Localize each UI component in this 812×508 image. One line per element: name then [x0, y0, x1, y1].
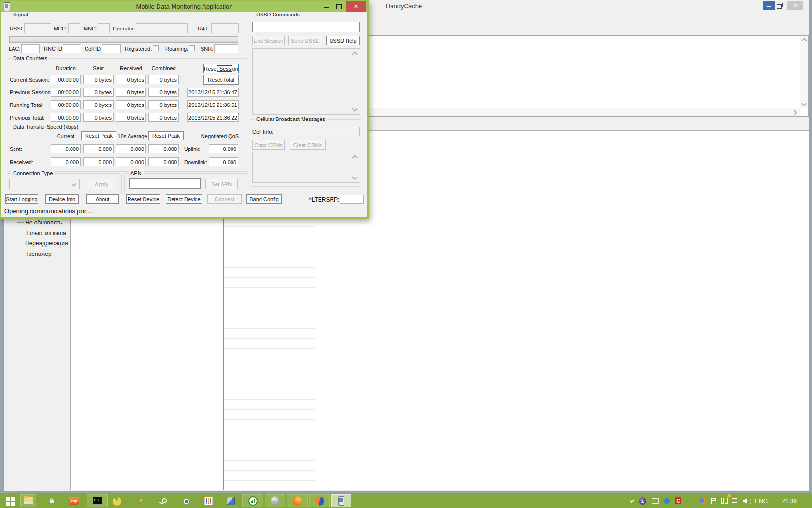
- row-label: Previous Total:: [10, 115, 44, 120]
- reset-device-button[interactable]: Reset Device: [126, 194, 160, 204]
- row-label: Previous Session:: [10, 90, 52, 95]
- rat-label: RAT:: [198, 26, 209, 31]
- clock[interactable]: 21:39: [782, 498, 797, 505]
- scroll-right-icon[interactable]: [791, 110, 797, 115]
- notification-tray-icon[interactable]: 1: [639, 497, 646, 505]
- ltersrp-field[interactable]: [340, 195, 364, 204]
- combined-field: 0 bytes: [148, 113, 179, 122]
- detect-device-button[interactable]: Detect Device: [166, 194, 202, 204]
- column-header-received: Received: [116, 65, 146, 71]
- mnc-field[interactable]: [98, 23, 110, 33]
- restore-icon: [777, 4, 782, 9]
- sent-row-label: Sent:: [10, 146, 22, 152]
- language-indicator[interactable]: ENG: [755, 498, 768, 505]
- cbm-output-area[interactable]: [252, 152, 360, 183]
- color-grid-icon[interactable]: [204, 497, 213, 505]
- mcc-field[interactable]: [68, 23, 80, 33]
- file-explorer-icon: [24, 497, 33, 504]
- ussd-input[interactable]: [252, 22, 360, 32]
- taskbar-network-monitor[interactable]: [242, 494, 263, 507]
- reset-total-button[interactable]: Reset Total: [203, 75, 239, 85]
- registered-checkbox[interactable]: [153, 45, 159, 51]
- roaming-label: Roaming:: [165, 46, 188, 52]
- tree-item-no-update[interactable]: Не обновлять: [25, 219, 62, 226]
- operator-field[interactable]: [136, 23, 188, 33]
- app-titlebar[interactable]: Mobile Data Monitoring Application ✕: [1, 1, 367, 12]
- end-session-button[interactable]: End Session: [252, 36, 285, 45]
- php-icon[interactable]: php: [69, 497, 79, 505]
- taskbar-web-swirl[interactable]: [309, 494, 330, 507]
- taskbar-compass-browser[interactable]: [265, 494, 285, 507]
- connection-type-dropdown[interactable]: [9, 179, 80, 189]
- ussd-commands-group: USSD Commands End Session Send USSD USSD…: [250, 15, 362, 117]
- scroll-down-icon[interactable]: [352, 174, 357, 179]
- apply-button[interactable]: Apply: [87, 179, 116, 189]
- reset-peak-current-button[interactable]: Reset Peak: [81, 131, 116, 140]
- sent-field: 0 bytes: [83, 75, 114, 84]
- scroll-down-icon[interactable]: [352, 106, 357, 111]
- speed-field: 0.000: [148, 144, 179, 153]
- copy-cbms-button[interactable]: Copy CBMs: [252, 140, 285, 150]
- sent-field: 0 bytes: [83, 88, 114, 97]
- clear-cbms-button[interactable]: Clear CBMs: [290, 140, 326, 150]
- tree-item-cache-only[interactable]: Только из кэша: [25, 230, 66, 237]
- tree-item-trainer[interactable]: Тренажер: [25, 251, 52, 257]
- close-button[interactable]: ✕: [346, 1, 366, 12]
- ussd-help-button[interactable]: USSD Help: [326, 36, 360, 45]
- pacman-icon[interactable]: [113, 497, 121, 506]
- average-header: 10s Average: [117, 134, 147, 139]
- lac-label: LAC:: [9, 46, 20, 52]
- send-ussd-button[interactable]: Send USSD: [288, 36, 322, 45]
- sent-field: 0 bytes: [83, 100, 114, 109]
- operator-label: Operator:: [113, 26, 135, 31]
- network-monitor-icon: [248, 496, 258, 506]
- taskbar-command-prompt[interactable]: C:\_: [87, 494, 108, 507]
- minimize-button[interactable]: [321, 1, 332, 12]
- lac-field[interactable]: [21, 44, 40, 53]
- display-tray-icon[interactable]: [652, 498, 659, 504]
- snr-field[interactable]: [214, 44, 238, 53]
- speed-field: 0.000: [116, 144, 146, 153]
- roaming-checkbox[interactable]: [189, 45, 195, 51]
- app-title: Mobile Data Monitoring Application: [1, 3, 367, 10]
- about-button[interactable]: About: [86, 194, 119, 204]
- connect-button[interactable]: Connect: [207, 194, 242, 204]
- speed-field: 0.000: [116, 157, 146, 166]
- band-config-button[interactable]: Band Config: [246, 194, 282, 204]
- scroll-up-icon[interactable]: [352, 155, 357, 160]
- comodo-tray-icon[interactable]: C: [675, 497, 682, 504]
- rnc-id-field[interactable]: [63, 44, 81, 53]
- dropbox-tray-icon[interactable]: [663, 497, 671, 505]
- taskbar-firefox[interactable]: [287, 494, 308, 507]
- vertical-scrollbar[interactable]: [800, 36, 808, 108]
- start-logging-button[interactable]: Start Logging: [5, 194, 38, 204]
- taskbar-file-explorer[interactable]: [20, 494, 36, 507]
- taskbar-mobile-data-app[interactable]: [331, 494, 351, 507]
- restore-button[interactable]: [776, 2, 784, 9]
- rssi-field[interactable]: [24, 23, 51, 33]
- reset-session-button[interactable]: Reset Session: [203, 64, 239, 73]
- apn-input[interactable]: [129, 178, 201, 189]
- scroll-up-icon[interactable]: [801, 38, 807, 43]
- mobile-data-app-icon: [338, 496, 344, 506]
- close-button[interactable]: ✕: [787, 1, 803, 10]
- reset-peak-average-button[interactable]: Reset Peak: [148, 131, 184, 140]
- speed-field: 0.000: [83, 157, 114, 166]
- received-field: 0 bytes: [116, 75, 146, 84]
- cell-info-label: Cell Info:: [252, 129, 273, 134]
- ussd-output-area[interactable]: [252, 48, 360, 115]
- start-button-icon[interactable]: [6, 497, 15, 506]
- scroll-down-icon[interactable]: [801, 101, 807, 106]
- tree-item-redirect[interactable]: Переадресация: [25, 240, 68, 247]
- rat-field[interactable]: [211, 23, 239, 33]
- cell-id-field[interactable]: [102, 44, 121, 53]
- scroll-up-icon[interactable]: [352, 51, 357, 57]
- minimize-button[interactable]: [763, 1, 775, 10]
- command-prompt-icon: C:\_: [93, 497, 102, 505]
- virtualbox-icon[interactable]: [227, 497, 235, 505]
- set-apn-button[interactable]: Set APN: [205, 179, 238, 189]
- received-field: 0 bytes: [116, 113, 146, 122]
- maximize-button[interactable]: [334, 1, 344, 12]
- device-info-button[interactable]: Device Info: [45, 194, 79, 204]
- globe-tray-icon[interactable]: [698, 497, 706, 505]
